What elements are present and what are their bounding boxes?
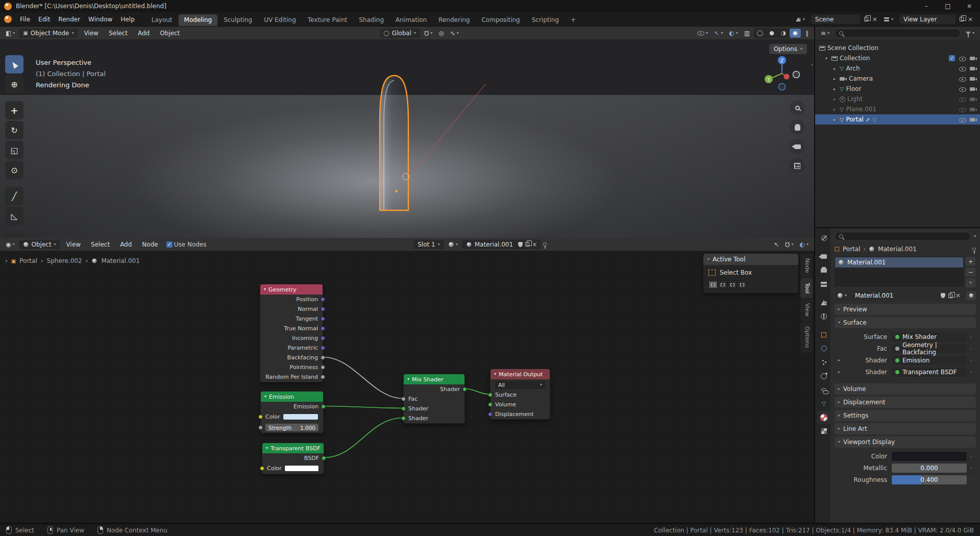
disable-render-icon[interactable] — [970, 55, 977, 61]
node-transparent-bsdf[interactable]: ▾ Transparent BSDF BSDF Color — [262, 443, 324, 474]
tab-particle-properties[interactable] — [817, 356, 830, 369]
expand-icon[interactable]: ▸ — [831, 117, 838, 122]
outliner-row-camera[interactable]: ▸ Camera — [815, 74, 980, 84]
remove-slot-button[interactable]: − — [966, 267, 975, 277]
add-workspace-button[interactable]: + — [565, 14, 581, 26]
tab-tool-properties[interactable] — [817, 232, 830, 245]
socket-surface[interactable] — [488, 393, 493, 397]
collapse-icon[interactable]: ▾ — [407, 377, 409, 381]
socket-color[interactable] — [260, 466, 264, 471]
tab-texture-paint[interactable]: Texture Paint — [302, 14, 353, 26]
snap-node-toggle[interactable]: Ω ▾ — [783, 240, 795, 249]
tab-sculpting[interactable]: Sculpting — [218, 14, 258, 26]
breadcrumb-object[interactable]: Portal — [843, 246, 860, 253]
view-layer-selector[interactable]: View Layer — [899, 15, 955, 24]
shading-wireframe-button[interactable]: ◯ — [754, 29, 766, 38]
editor-type-button[interactable]: ◧ ▾ — [4, 29, 17, 38]
menu-render[interactable]: Render — [54, 15, 84, 24]
panel-displacement[interactable]: ▸ Displacement — [835, 397, 976, 408]
pause-render-button[interactable]: ∥ — [803, 29, 811, 38]
show-object-types-dropdown[interactable]: ▾ — [695, 29, 710, 37]
transparent-color-swatch[interactable] — [284, 465, 319, 472]
material-name-field[interactable]: Material.001 × — [851, 290, 964, 301]
shader1-dropdown[interactable]: Emission — [892, 356, 967, 365]
socket-true-normal[interactable] — [321, 326, 325, 331]
socket-backfacing[interactable] — [321, 355, 325, 360]
socket-bsdf-out[interactable] — [322, 456, 326, 460]
node-mix-header[interactable]: ▾ Mix Shader — [404, 374, 464, 384]
outliner-row-collection[interactable]: ▾ Collection ✓ — [815, 53, 980, 63]
gizmo-x-axis[interactable] — [784, 74, 790, 80]
maximize-button[interactable]: □ — [937, 0, 959, 12]
panel-surface[interactable]: ▾ Surface — [835, 317, 976, 328]
roughness-slider[interactable]: 0.400 — [892, 475, 967, 484]
outliner-search-input[interactable] — [846, 30, 956, 37]
view-layer-type-button[interactable]: ▾ — [881, 16, 895, 23]
breadcrumb-expand-icon[interactable]: › — [5, 257, 8, 264]
tab-render-properties[interactable] — [817, 250, 830, 263]
node-output-header[interactable]: ▾ Material Output — [491, 369, 550, 379]
tab-world-properties[interactable] — [817, 310, 830, 323]
hide-viewport-icon[interactable] — [959, 76, 966, 82]
node-canvas[interactable]: › ▣ Portal › Sphere.002 › Material.001 ▾… — [0, 251, 814, 523]
add-cube-tool[interactable]: ⊞ — [5, 233, 23, 238]
outliner-row-scene-collection[interactable]: Scene Collection — [815, 43, 980, 53]
scene-type-button[interactable]: ▾ — [793, 16, 807, 23]
disable-render-icon[interactable] — [970, 65, 977, 71]
unlink-material-icon[interactable]: × — [532, 241, 537, 248]
rotate-tool[interactable]: ↻ — [5, 121, 23, 139]
options-button[interactable]: Options ▾ — [769, 44, 807, 54]
shader-menu-view[interactable]: View — [62, 240, 85, 249]
socket-incoming[interactable] — [321, 336, 325, 340]
breadcrumb-material[interactable]: Material.001 — [878, 246, 916, 253]
socket-shader-out[interactable] — [462, 387, 467, 392]
socket-displacement[interactable] — [488, 412, 493, 417]
disable-render-icon[interactable] — [970, 86, 977, 92]
tab-material-properties[interactable] — [817, 411, 830, 424]
expand-icon[interactable]: ▸ — [831, 66, 838, 71]
hide-viewport-icon[interactable] — [959, 96, 966, 103]
menu-edit[interactable]: Edit — [34, 15, 54, 24]
pan-button[interactable] — [790, 119, 805, 135]
active-tool-panel-header[interactable]: ▾ Active Tool — [703, 254, 798, 265]
ortho-toggle-button[interactable] — [790, 158, 805, 174]
select-box-tool[interactable] — [5, 55, 23, 74]
hide-viewport-icon[interactable] — [959, 55, 966, 62]
node-emission[interactable]: ▾ Emission Emission Color Strength 1.000 — [260, 391, 324, 433]
tab-rendering[interactable]: Rendering — [433, 14, 475, 26]
select-mode-new-button[interactable] — [708, 281, 718, 288]
surface-shader-dropdown[interactable]: Mix Shader — [892, 332, 967, 342]
expand-icon[interactable]: ▸ — [831, 87, 838, 91]
editor-type-button[interactable]: ≡ ▾ — [819, 29, 831, 38]
tab-physics-properties[interactable] — [817, 370, 830, 382]
cursor-tool[interactable]: ⊕ — [5, 75, 23, 93]
output-target-dropdown[interactable]: All ▾ — [495, 381, 545, 389]
viewport-menu-object[interactable]: Object — [156, 29, 184, 38]
collapse-icon[interactable]: ▾ — [264, 395, 266, 399]
scene-selector[interactable]: Scene — [811, 15, 860, 24]
snap-toggle[interactable]: Ω ▾ — [422, 29, 434, 38]
close-button[interactable]: × — [959, 0, 980, 12]
browse-material-button[interactable]: ▾ — [446, 240, 460, 249]
socket-volume[interactable] — [488, 402, 493, 407]
socket-fac[interactable] — [401, 397, 406, 401]
transform-orientation-dropdown[interactable]: ◯ Global ▾ — [380, 29, 421, 38]
outliner-row-arch[interactable]: ▸ ▽ Arch — [815, 63, 980, 74]
socket-strength[interactable] — [258, 425, 263, 430]
socket-shader-2[interactable] — [401, 416, 406, 421]
viewport-color-swatch[interactable] — [892, 452, 967, 461]
unlink-scene-icon[interactable]: × — [872, 16, 877, 23]
animate-decorator[interactable] — [967, 371, 975, 374]
viewport-menu-add[interactable]: Add — [134, 29, 154, 38]
remove-view-layer-icon[interactable]: × — [968, 16, 973, 23]
tab-shading[interactable]: Shading — [353, 14, 389, 26]
panel-line-art[interactable]: ▸ Line Art — [835, 423, 976, 434]
outliner-search[interactable] — [835, 29, 961, 38]
material-name-field[interactable]: Material.001 × — [462, 240, 542, 249]
navigation-gizmo[interactable]: Z Y — [763, 54, 801, 93]
tab-modifier-properties[interactable] — [817, 342, 830, 355]
properties-search-input[interactable] — [846, 233, 966, 240]
animate-decorator[interactable] — [967, 347, 975, 350]
mode-dropdown[interactable]: ▣ Object Mode ▾ — [19, 29, 78, 38]
socket-position[interactable] — [321, 297, 325, 302]
